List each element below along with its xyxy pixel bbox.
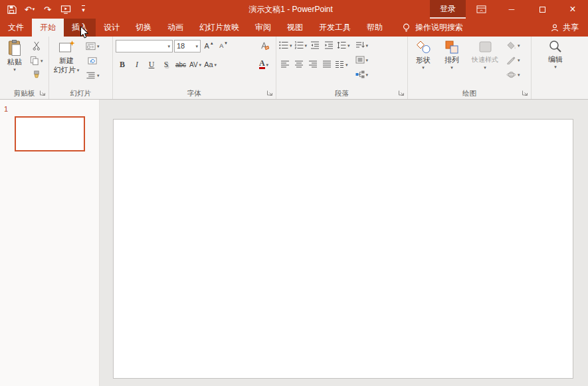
justify-icon bbox=[322, 60, 332, 68]
slideshow-icon bbox=[60, 5, 71, 15]
text-shadow-button[interactable]: S bbox=[159, 58, 173, 71]
ribbon-display-options-icon bbox=[476, 5, 486, 14]
reset-slide-icon bbox=[88, 56, 98, 65]
minimize-button[interactable]: ─ bbox=[496, 0, 527, 19]
slide-thumbnail[interactable] bbox=[15, 116, 85, 151]
close-icon: × bbox=[569, 4, 575, 15]
slide-layout-button[interactable]: ▾ bbox=[85, 39, 100, 52]
justify-button[interactable] bbox=[320, 58, 334, 71]
shape-effects-icon bbox=[506, 70, 516, 79]
italic-button[interactable]: I bbox=[130, 58, 144, 71]
tell-me-search[interactable]: 操作说明搜索 bbox=[395, 19, 470, 37]
align-left-button[interactable] bbox=[278, 58, 292, 71]
bullets-icon bbox=[279, 41, 288, 49]
shapes-button[interactable]: 形状 ▾ bbox=[409, 37, 437, 88]
font-size-combobox[interactable]: 18 ▾ bbox=[174, 40, 201, 52]
login-button[interactable]: 登录 bbox=[430, 0, 466, 19]
character-spacing-button[interactable]: AV ▾ bbox=[189, 58, 202, 71]
align-text-icon bbox=[355, 56, 365, 64]
section-button[interactable]: ▾ bbox=[85, 68, 100, 82]
ribbon-display-options-button[interactable] bbox=[466, 0, 496, 19]
paste-button[interactable]: 粘贴 ▾ bbox=[1, 37, 28, 87]
tab-animations[interactable]: 动画 bbox=[159, 19, 191, 37]
increase-font-size-button[interactable]: A▴ bbox=[202, 39, 215, 52]
reset-slide-button[interactable] bbox=[85, 54, 100, 67]
start-slideshow-button[interactable] bbox=[56, 0, 74, 19]
undo-button[interactable]: ↶▾ bbox=[21, 0, 39, 19]
align-text-button[interactable]: ▾ bbox=[355, 53, 369, 66]
arrange-icon bbox=[444, 40, 460, 54]
decrease-indent-icon bbox=[310, 41, 320, 49]
increase-indent-button[interactable] bbox=[322, 39, 336, 52]
maximize-button[interactable] bbox=[527, 0, 557, 19]
tab-file[interactable]: 文件 bbox=[0, 19, 32, 37]
arrange-button[interactable]: 排列 ▾ bbox=[438, 37, 466, 88]
line-spacing-button[interactable]: ▾ bbox=[336, 39, 351, 52]
tab-help[interactable]: 帮助 bbox=[359, 19, 391, 37]
font-dialog-launcher[interactable] bbox=[266, 90, 274, 97]
align-left-icon bbox=[280, 60, 290, 68]
align-right-button[interactable] bbox=[306, 58, 320, 71]
customize-qat-button[interactable]: ▾ bbox=[74, 0, 92, 19]
tab-review[interactable]: 审阅 bbox=[247, 19, 279, 37]
tab-view[interactable]: 视图 bbox=[279, 19, 311, 37]
tab-developer[interactable]: 开发工具 bbox=[311, 19, 359, 37]
convert-to-smartart-button[interactable]: ▾ bbox=[355, 68, 369, 81]
format-painter-button[interactable] bbox=[29, 68, 44, 82]
strikethrough-button[interactable]: abc bbox=[174, 58, 187, 71]
decrease-font-size-button[interactable]: A▾ bbox=[217, 39, 230, 52]
clipboard-dialog-launcher[interactable] bbox=[39, 90, 47, 97]
font-color-dropdown-icon: ▾ bbox=[266, 62, 269, 67]
font-group: ▾ 18 ▾ A▴ A▾ bbox=[113, 37, 276, 99]
font-color-button[interactable]: A ▾ bbox=[257, 58, 270, 71]
tab-insert[interactable]: 插入 bbox=[64, 19, 96, 37]
shape-fill-icon bbox=[506, 41, 516, 50]
increase-font-icon: ▴ bbox=[211, 41, 213, 46]
person-icon bbox=[550, 23, 559, 33]
cut-icon bbox=[32, 41, 41, 50]
paragraph-dialog-launcher[interactable] bbox=[398, 90, 405, 97]
tab-transitions[interactable]: 切换 bbox=[128, 19, 159, 37]
slide-layout-icon bbox=[86, 42, 96, 50]
editing-button[interactable]: 编辑 ▾ bbox=[541, 37, 570, 88]
shape-outline-dropdown-icon: ▾ bbox=[518, 58, 520, 62]
cut-button[interactable] bbox=[29, 39, 44, 52]
align-center-button[interactable] bbox=[292, 58, 306, 71]
numbering-icon bbox=[294, 41, 304, 49]
character-spacing-dropdown-icon: ▾ bbox=[199, 62, 202, 67]
underline-button[interactable]: U bbox=[145, 58, 158, 71]
shape-fill-button[interactable]: ▾ bbox=[506, 39, 521, 52]
tab-home[interactable]: 开始 bbox=[32, 19, 64, 37]
drawing-dialog-launcher[interactable] bbox=[522, 90, 529, 97]
shape-fill-dropdown-icon: ▾ bbox=[518, 43, 520, 48]
save-icon bbox=[7, 5, 17, 15]
copy-button[interactable]: ▾ bbox=[29, 54, 44, 67]
ribbon-tab-bar: 文件 开始 插入 设计 切换 动画 幻灯片放映 审阅 视图 开发工具 帮助 操作… bbox=[0, 19, 588, 37]
section-icon bbox=[86, 71, 96, 80]
change-case-button[interactable]: Aa ▾ bbox=[203, 58, 217, 71]
text-direction-button[interactable]: ▾ bbox=[355, 39, 369, 52]
numbering-button[interactable]: ▾ bbox=[294, 39, 308, 52]
close-button[interactable]: × bbox=[557, 0, 588, 19]
tab-slideshow[interactable]: 幻灯片放映 bbox=[191, 19, 247, 37]
format-painter-icon bbox=[32, 70, 41, 80]
share-button[interactable]: 共享 bbox=[541, 19, 588, 37]
slide-thumbnail-panel: 1 bbox=[0, 100, 100, 386]
tab-design[interactable]: 设计 bbox=[96, 19, 128, 37]
shape-effects-button[interactable]: ▾ bbox=[506, 68, 521, 81]
save-button[interactable] bbox=[3, 0, 21, 19]
quick-styles-button[interactable]: 快速样式 ▾ bbox=[466, 37, 504, 88]
redo-button[interactable]: ↷ bbox=[39, 0, 56, 19]
bullets-button[interactable]: ▾ bbox=[278, 39, 293, 52]
clear-formatting-icon bbox=[258, 41, 269, 50]
shape-outline-button[interactable]: ▾ bbox=[506, 53, 521, 66]
columns-button[interactable]: ▾ bbox=[334, 58, 349, 71]
decrease-indent-button[interactable] bbox=[308, 39, 322, 52]
text-direction-icon bbox=[355, 41, 365, 49]
slide-editing-area[interactable] bbox=[113, 119, 573, 379]
bold-button[interactable]: B bbox=[116, 58, 129, 71]
font-name-combobox[interactable]: ▾ bbox=[116, 40, 173, 52]
new-slide-button[interactable]: 新建 幻灯片▾ bbox=[50, 37, 82, 87]
slide-number: 1 bbox=[4, 105, 8, 113]
clear-formatting-button[interactable] bbox=[257, 39, 270, 52]
